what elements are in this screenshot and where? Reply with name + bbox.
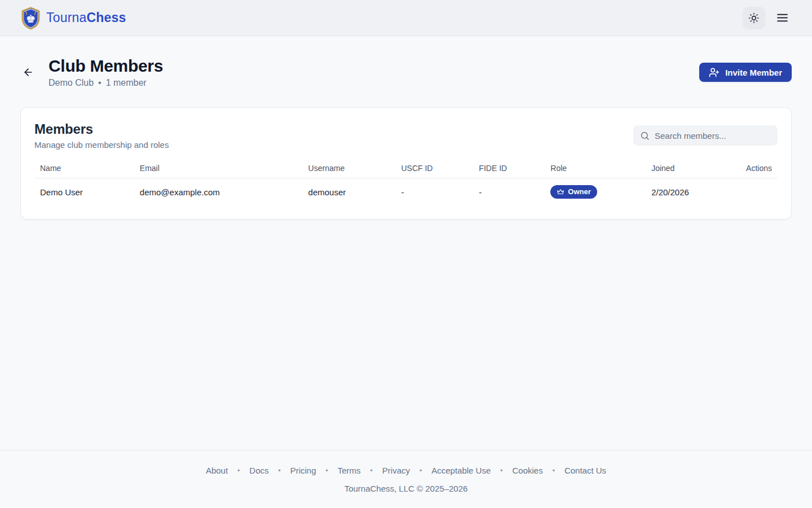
page-subtitle: Demo Club • 1 member bbox=[48, 78, 163, 88]
column-header-email: Email bbox=[134, 159, 303, 178]
column-header-fide-id: FIDE ID bbox=[473, 159, 545, 178]
members-card-titles: Members Manage club membership and roles bbox=[34, 121, 169, 150]
topbar-actions bbox=[743, 7, 789, 29]
column-header-joined: Joined bbox=[646, 159, 740, 178]
footer-link-cookies[interactable]: Cookies bbox=[512, 466, 542, 475]
footer-link-privacy[interactable]: Privacy bbox=[382, 466, 410, 475]
member-count: 1 member bbox=[106, 78, 147, 88]
footer-separator: • bbox=[237, 467, 240, 475]
page-title: Club Members bbox=[48, 56, 163, 75]
search-members-input[interactable] bbox=[655, 131, 771, 141]
members-card-header: Members Manage club membership and roles bbox=[34, 121, 778, 150]
column-header-name: Name bbox=[34, 159, 134, 178]
member-role-cell: Owner bbox=[545, 178, 646, 206]
member-joined-cell: 2/20/2026 bbox=[646, 178, 740, 206]
footer-link-docs[interactable]: Docs bbox=[249, 466, 268, 475]
shield-chess-logo-icon: ♚ bbox=[20, 6, 41, 30]
footer-link-about[interactable]: About bbox=[206, 466, 228, 475]
table-row: Demo User demo@example.com demouser - - bbox=[34, 178, 778, 206]
invite-member-button[interactable]: Invite Member bbox=[699, 63, 792, 82]
members-table-header-row: Name Email Username USCF ID FIDE ID Role… bbox=[34, 159, 778, 178]
crown-icon bbox=[557, 188, 564, 196]
footer-link-terms[interactable]: Terms bbox=[338, 466, 361, 475]
members-card: Members Manage club membership and roles bbox=[20, 107, 792, 220]
footer-separator: • bbox=[279, 467, 281, 475]
footer-separator: • bbox=[500, 467, 502, 475]
member-search-box[interactable] bbox=[633, 125, 778, 146]
site-footer: About • Docs • Pricing • Terms • Privacy… bbox=[0, 450, 812, 508]
footer-link-pricing[interactable]: Pricing bbox=[290, 466, 316, 475]
column-header-uscf-id: USCF ID bbox=[395, 159, 473, 178]
page-title-block: Club Members Demo Club • 1 member bbox=[48, 56, 163, 88]
members-table: Name Email Username USCF ID FIDE ID Role… bbox=[34, 159, 778, 205]
search-icon bbox=[640, 131, 650, 141]
brand-name-bold: Chess bbox=[87, 10, 126, 25]
member-actions-cell bbox=[740, 178, 778, 206]
member-name-cell: Demo User bbox=[34, 178, 134, 206]
members-card-title: Members bbox=[34, 121, 169, 137]
column-header-actions: Actions bbox=[740, 159, 778, 178]
back-button[interactable] bbox=[20, 64, 36, 80]
role-badge-label: Owner bbox=[568, 187, 590, 196]
member-email-cell: demo@example.com bbox=[134, 178, 303, 206]
footer-link-acceptable-use[interactable]: Acceptable Use bbox=[431, 466, 491, 475]
members-table-head: Name Email Username USCF ID FIDE ID Role… bbox=[34, 159, 778, 178]
arrow-left-icon bbox=[23, 67, 34, 78]
hamburger-menu-button[interactable] bbox=[775, 11, 789, 25]
footer-separator: • bbox=[370, 467, 373, 475]
members-table-body: Demo User demo@example.com demouser - - bbox=[34, 178, 778, 206]
page-header: Club Members Demo Club • 1 member bbox=[20, 56, 792, 88]
menu-icon bbox=[775, 11, 789, 25]
brand-name: TournaChess bbox=[46, 10, 126, 25]
user-plus-icon bbox=[709, 67, 720, 78]
copyright-text: TournaChess, LLC © 2025–2026 bbox=[0, 484, 812, 493]
role-badge: Owner bbox=[550, 185, 597, 199]
subtitle-separator: • bbox=[98, 78, 102, 88]
theme-toggle-button[interactable] bbox=[743, 7, 765, 29]
member-fide-id-cell: - bbox=[473, 178, 545, 206]
footer-link-contact-us[interactable]: Contact Us bbox=[564, 466, 606, 475]
app-root: ♚ TournaChess bbox=[0, 0, 812, 508]
footer-separator: • bbox=[326, 467, 328, 475]
club-members-page: Club Members Demo Club • 1 member bbox=[0, 36, 812, 432]
column-header-role: Role bbox=[545, 159, 646, 178]
brand-logo[interactable]: ♚ TournaChess bbox=[20, 6, 126, 30]
club-name: Demo Club bbox=[48, 78, 94, 88]
invite-member-label: Invite Member bbox=[725, 68, 782, 77]
brand-name-light: Tourna bbox=[46, 10, 87, 25]
footer-separator: • bbox=[420, 467, 422, 475]
top-navigation-bar: ♚ TournaChess bbox=[0, 0, 812, 36]
footer-links: About • Docs • Pricing • Terms • Privacy… bbox=[0, 466, 812, 475]
sun-icon bbox=[748, 12, 760, 24]
members-card-subtitle: Manage club membership and roles bbox=[34, 140, 169, 150]
page-header-left: Club Members Demo Club • 1 member bbox=[20, 56, 163, 88]
member-uscf-id-cell: - bbox=[395, 178, 473, 206]
column-header-username: Username bbox=[303, 159, 396, 178]
member-username-cell: demouser bbox=[303, 178, 396, 206]
footer-separator: • bbox=[553, 467, 555, 475]
